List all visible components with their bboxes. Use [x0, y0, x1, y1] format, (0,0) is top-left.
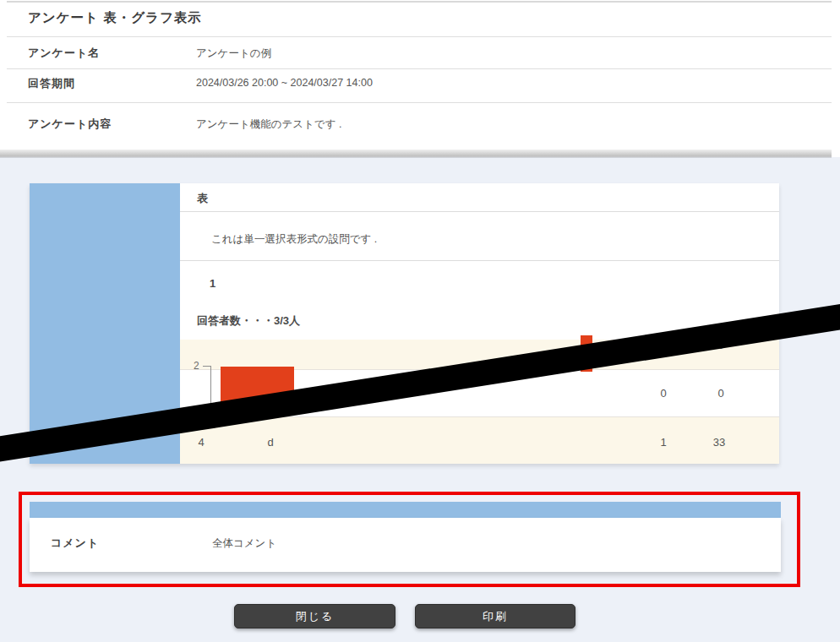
- result-cell: 33: [710, 436, 728, 449]
- meta-value-survey-name: アンケートの例: [196, 46, 271, 61]
- top-border-line: [7, 1, 832, 3]
- comment-header-bar: [30, 502, 781, 518]
- comment-card: [30, 518, 781, 572]
- meta-value-answer-period: 2024/03/26 20:00 ~ 2024/03/27 14:00: [196, 77, 373, 89]
- result-cell: 0: [654, 387, 673, 400]
- divider: [180, 260, 779, 261]
- comment-label: コメント: [51, 536, 99, 551]
- chart-axis-tick-label: 2: [194, 360, 199, 372]
- meta-value-survey-content: アンケート機能のテストです .: [196, 117, 341, 132]
- comment-value: 全体コメント: [212, 536, 276, 551]
- result-cell: 1: [654, 436, 673, 449]
- print-button[interactable]: 印刷: [415, 604, 575, 628]
- respondents-count: 回答者数・・・3/3人: [197, 313, 300, 329]
- comment-highlight-box: コメント 全体コメント: [19, 492, 800, 587]
- meta-label-survey-content: アンケート内容: [28, 117, 112, 132]
- divider: [7, 36, 832, 37]
- question-number: 1: [210, 277, 215, 290]
- survey-results-page: アンケート 表・グラフ表示 アンケート名 アンケートの例 回答期間 2024/0…: [0, 0, 840, 642]
- question-type-header: 表: [197, 191, 208, 206]
- close-button[interactable]: 閉じる: [234, 604, 395, 628]
- result-cell: 0: [712, 387, 730, 400]
- meta-label-answer-period: 回答期間: [28, 76, 75, 91]
- meta-label-survey-name: アンケート名: [28, 46, 100, 61]
- section-divider: [0, 150, 832, 158]
- divider: [180, 211, 779, 212]
- result-cell-num: 4: [192, 436, 210, 449]
- divider: [7, 68, 832, 69]
- result-cell-option: d: [261, 436, 280, 449]
- question-description: これは単一選択表形式の設問です .: [211, 232, 377, 247]
- chart-axis-line: [210, 366, 211, 407]
- divider: [7, 102, 832, 103]
- page-title: アンケート 表・グラフ表示: [28, 9, 202, 27]
